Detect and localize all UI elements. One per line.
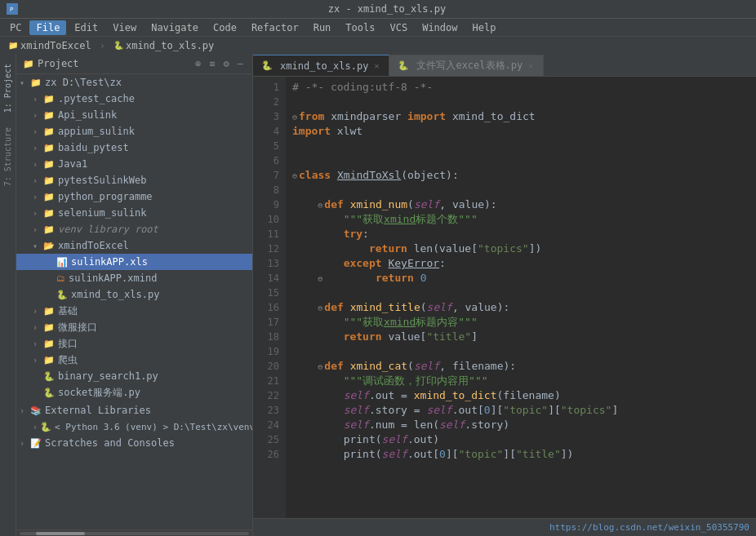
tree-root[interactable]: ▾ 📁 zx D:\Test\zx: [16, 74, 252, 91]
tab-xmind-to-xls[interactable]: 🐍 xmind_to_xls.py ✕: [253, 55, 389, 76]
arrow: ›: [33, 225, 41, 234]
tree-jiekou[interactable]: › 📁 接口: [16, 335, 252, 352]
close-panel-icon[interactable]: —: [235, 57, 246, 70]
menu-vcs[interactable]: VCS: [383, 20, 414, 35]
nav-file[interactable]: 🐍 xmind_to_xls.py: [109, 38, 219, 53]
xmind-file-icon: 🗂: [56, 273, 65, 284]
code-line-5: [292, 139, 749, 153]
menu-window[interactable]: Window: [416, 20, 464, 35]
tree-python36[interactable]: › 🐍 < Python 3.6 (venv) > D:\Test\zx\ven…: [16, 419, 252, 435]
line-3: 3: [253, 109, 279, 124]
menu-file[interactable]: File: [29, 20, 66, 35]
tab-xmind-label: xmind_to_xls.py: [280, 60, 368, 72]
tree-pachong[interactable]: › 📁 爬虫: [16, 352, 252, 368]
line-5: 5: [253, 139, 279, 153]
line-19: 19: [253, 344, 279, 359]
code-line-3: ⊖from xmindparser import xmind_to_dict: [292, 109, 749, 124]
tree-binary-search[interactable]: 🐍 binary_search1.py: [16, 368, 252, 384]
tree-appium-sulink[interactable]: › 📁 appium_sulink: [16, 123, 252, 140]
menu-help[interactable]: Help: [466, 20, 503, 35]
status-bar: https://blog.csdn.net/weixin_50355790: [253, 518, 756, 536]
folder-icon-api: 📁: [43, 110, 55, 121]
menu-tools[interactable]: Tools: [339, 20, 381, 35]
label-xmind-to-xls: xmind_to_xls.py: [71, 289, 159, 300]
folder-icon-python: 📁: [43, 192, 55, 202]
py-file-icon: 🐍: [56, 290, 68, 300]
line-6: 6: [253, 153, 279, 168]
label-python36: < Python 3.6 (venv) > D:\Test\zx\venv\: [55, 422, 252, 432]
code-line-12: return len(value["topics"]): [292, 241, 749, 256]
tree-external-libs[interactable]: › 📚 External Libraries: [16, 402, 252, 419]
tree-java1[interactable]: › 📁 Java1: [16, 156, 252, 172]
folder-icon-pytest-web: 📁: [43, 175, 55, 186]
tree-sulinkapp-xmind[interactable]: 🗂 sulinkAPP.xmind: [16, 270, 252, 286]
menu-navigate[interactable]: Navigate: [145, 20, 205, 35]
tree-python-programme[interactable]: › 📁 python_programme: [16, 188, 252, 205]
folder-icon-xmind: 📂: [43, 241, 55, 251]
line-numbers: 1 2 3 4 5 6 7 8 9 10 11 12 13 14 15 16 1…: [253, 77, 286, 518]
nav-project[interactable]: 📁 xmindToExcel: [3, 38, 96, 53]
label-pytest-sulinkweb: pytestSulinkWeb: [58, 175, 146, 186]
binary-search-icon: 🐍: [43, 371, 55, 382]
strip-tab-project[interactable]: 1: Project: [2, 57, 14, 119]
code-line-11: try:: [292, 227, 749, 241]
tree-selenium-sulink[interactable]: › 📁 selenium_sulink: [16, 205, 252, 221]
tree-xmindtoexcel[interactable]: ▾ 📂 xmindToExcel: [16, 237, 252, 254]
tree-baidu-pytest[interactable]: › 📁 baidu_pytest: [16, 140, 252, 156]
strip-tab-structure[interactable]: 7: Structure: [2, 121, 14, 193]
line-18: 18: [253, 330, 279, 344]
menu-edit[interactable]: Edit: [68, 20, 105, 35]
tree-pytest-sulinkweb[interactable]: › 📁 pytestSulinkWeb: [16, 172, 252, 188]
nav-item-file: xmind_to_xls.py: [126, 40, 214, 51]
arrow: ›: [33, 356, 41, 365]
project-scrollbar[interactable]: [16, 529, 252, 536]
file-icon: 🐍: [113, 41, 123, 50]
project-tree: ▾ 📁 zx D:\Test\zx › 📁 .pytest_cache › 📁 …: [16, 74, 252, 529]
line-24: 24: [253, 418, 279, 432]
code-line-23: self.story = self.out[0]["topic"]["topic…: [292, 403, 749, 418]
editor-content: 1 2 3 4 5 6 7 8 9 10 11 12 13 14 15 16 1…: [253, 77, 756, 518]
socket-icon: 🐍: [43, 388, 55, 398]
menu-code[interactable]: Code: [207, 20, 243, 35]
scratches-icon: 📝: [30, 438, 42, 449]
arrow: ▾: [33, 241, 41, 250]
folder-icon-jichu: 📁: [43, 306, 55, 317]
tree-xmind-to-xls-py[interactable]: 🐍 xmind_to_xls.py: [16, 286, 252, 303]
collapse-icon[interactable]: ≡: [207, 57, 217, 70]
label-scratches: Scratches and Consoles: [45, 437, 175, 449]
tree-socket[interactable]: 🐍 socket服务端.py: [16, 384, 252, 401]
tab-close-xmind[interactable]: ✕: [372, 60, 380, 71]
label-api-sulink: Api_sulink: [58, 109, 117, 121]
tree-jichu[interactable]: › 📁 基础: [16, 303, 252, 319]
tree-venv[interactable]: › 📁 venv library root: [16, 221, 252, 237]
line-7: 7: [253, 168, 279, 183]
line-16: 16: [253, 300, 279, 315]
tree-scratches[interactable]: › 📝 Scratches and Consoles: [16, 435, 252, 451]
code-area[interactable]: # -*- coding:utf-8 -*- ⊖from xmindparser…: [286, 77, 756, 518]
arrow: ›: [33, 423, 38, 432]
line-1: 1: [253, 80, 279, 95]
line-15: 15: [253, 286, 279, 300]
arrow: ›: [33, 160, 41, 169]
menu-view[interactable]: View: [106, 20, 143, 35]
menu-pc[interactable]: PC: [3, 20, 28, 35]
tree-sulinkapp-xls[interactable]: 📊 sulinkAPP.xls: [16, 254, 252, 270]
menu-refactor[interactable]: Refactor: [245, 20, 305, 35]
arrow: ›: [33, 193, 41, 202]
tab-wenjian[interactable]: 🐍 文件写入excel表格.py ✕: [389, 55, 544, 76]
code-line-15: [292, 286, 749, 300]
label-baidu-pytest: baidu_pytest: [58, 142, 129, 153]
folder-icon-selenium: 📁: [43, 208, 55, 219]
title-bar: P zx - xmind_to_xls.py: [0, 0, 756, 18]
locate-icon[interactable]: ⊕: [193, 57, 203, 70]
menu-run[interactable]: Run: [307, 20, 338, 35]
project-icon: 📁: [8, 41, 18, 50]
code-line-21: """调试函数，打印内容用""": [292, 374, 749, 388]
tree-api-sulink[interactable]: › 📁 Api_sulink: [16, 107, 252, 123]
code-line-4: import xlwt: [292, 124, 749, 139]
tree-pytest-cache[interactable]: › 📁 .pytest_cache: [16, 91, 252, 107]
tab-close-wenjian[interactable]: ✕: [527, 60, 535, 71]
settings-icon[interactable]: ⚙: [221, 57, 232, 70]
menu-bar: PC File Edit View Navigate Code Refactor…: [0, 18, 756, 36]
tree-weifu[interactable]: › 📁 微服接口: [16, 319, 252, 335]
